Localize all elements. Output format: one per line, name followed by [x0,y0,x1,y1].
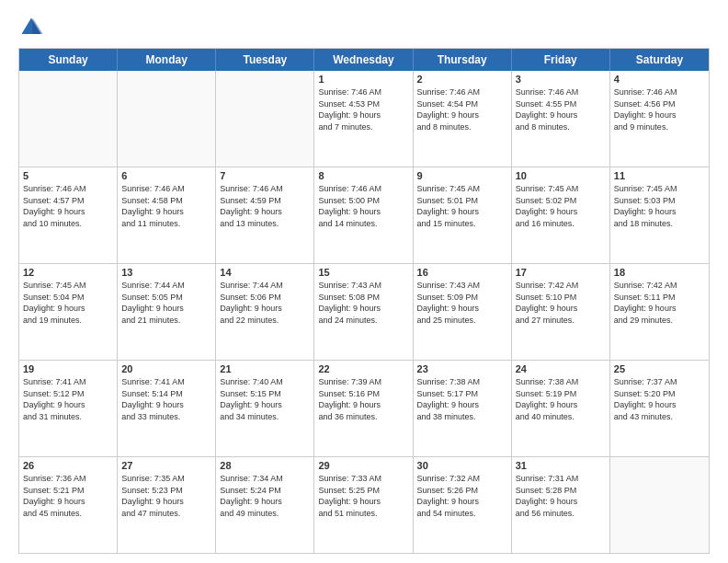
cell-info-day-22: Sunrise: 7:39 AM Sunset: 5:16 PM Dayligh… [318,376,408,422]
day-number-16: 16 [417,267,507,278]
calendar-body: 1Sunrise: 7:46 AM Sunset: 4:53 PM Daylig… [19,71,709,553]
calendar-cell-day-21: 21Sunrise: 7:40 AM Sunset: 5:15 PM Dayli… [216,361,314,456]
cell-info-day-15: Sunrise: 7:43 AM Sunset: 5:08 PM Dayligh… [318,280,408,326]
header-day-tuesday: Tuesday [216,49,314,71]
calendar-cell-day-28: 28Sunrise: 7:34 AM Sunset: 5:24 PM Dayli… [216,457,314,553]
calendar-row-1: 5Sunrise: 7:46 AM Sunset: 4:57 PM Daylig… [19,167,709,264]
calendar-cell-day-9: 9Sunrise: 7:45 AM Sunset: 5:01 PM Daylig… [414,167,512,263]
calendar-cell-day-1: 1Sunrise: 7:46 AM Sunset: 4:53 PM Daylig… [314,71,413,167]
cell-info-day-4: Sunrise: 7:46 AM Sunset: 4:56 PM Dayligh… [614,86,705,132]
day-number-23: 23 [417,363,507,374]
calendar-cell-day-4: 4Sunrise: 7:46 AM Sunset: 4:56 PM Daylig… [610,71,709,167]
cell-info-day-14: Sunrise: 7:44 AM Sunset: 5:06 PM Dayligh… [220,280,310,326]
header-day-thursday: Thursday [414,49,512,71]
calendar-cell-day-14: 14Sunrise: 7:44 AM Sunset: 5:06 PM Dayli… [216,264,314,360]
day-number-8: 8 [318,170,408,181]
calendar-cell-day-31: 31Sunrise: 7:31 AM Sunset: 5:28 PM Dayli… [512,457,610,553]
calendar-cell-day-16: 16Sunrise: 7:43 AM Sunset: 5:09 PM Dayli… [414,264,512,360]
calendar-cell-day-29: 29Sunrise: 7:33 AM Sunset: 5:25 PM Dayli… [314,457,413,553]
cell-info-day-24: Sunrise: 7:38 AM Sunset: 5:19 PM Dayligh… [516,376,606,422]
calendar-cell-day-18: 18Sunrise: 7:42 AM Sunset: 5:11 PM Dayli… [610,264,709,360]
day-number-24: 24 [516,363,606,374]
day-number-14: 14 [220,267,310,278]
calendar-cell-day-5: 5Sunrise: 7:46 AM Sunset: 4:57 PM Daylig… [19,167,118,263]
cell-info-day-18: Sunrise: 7:42 AM Sunset: 5:11 PM Dayligh… [614,280,705,326]
day-number-28: 28 [220,460,310,471]
day-number-6: 6 [121,170,211,181]
cell-info-day-17: Sunrise: 7:42 AM Sunset: 5:10 PM Dayligh… [516,280,606,326]
calendar-cell-day-15: 15Sunrise: 7:43 AM Sunset: 5:08 PM Dayli… [314,264,413,360]
calendar-row-4: 26Sunrise: 7:36 AM Sunset: 5:21 PM Dayli… [19,457,709,553]
calendar-cell-day-25: 25Sunrise: 7:37 AM Sunset: 5:20 PM Dayli… [610,361,709,456]
calendar-cell-day-30: 30Sunrise: 7:32 AM Sunset: 5:26 PM Dayli… [414,457,512,553]
calendar-header: SundayMondayTuesdayWednesdayThursdayFrid… [19,49,709,71]
cell-info-day-16: Sunrise: 7:43 AM Sunset: 5:09 PM Dayligh… [417,280,507,326]
logo-icon [18,15,44,40]
header-day-friday: Friday [512,49,610,71]
calendar-cell-day-3: 3Sunrise: 7:46 AM Sunset: 4:55 PM Daylig… [512,71,610,167]
calendar-cell-day-13: 13Sunrise: 7:44 AM Sunset: 5:05 PM Dayli… [118,264,216,360]
day-number-7: 7 [220,170,310,181]
day-number-13: 13 [121,267,211,278]
calendar-cell-empty [118,71,216,167]
calendar-cell-empty [216,71,314,167]
day-number-12: 12 [23,267,113,278]
cell-info-day-28: Sunrise: 7:34 AM Sunset: 5:24 PM Dayligh… [220,473,310,519]
cell-info-day-7: Sunrise: 7:46 AM Sunset: 4:59 PM Dayligh… [220,183,310,229]
cell-info-day-19: Sunrise: 7:41 AM Sunset: 5:12 PM Dayligh… [23,376,113,422]
page: SundayMondayTuesdayWednesdayThursdayFrid… [0,0,728,563]
cell-info-day-29: Sunrise: 7:33 AM Sunset: 5:25 PM Dayligh… [318,473,408,519]
day-number-27: 27 [121,460,211,471]
day-number-3: 3 [516,74,606,85]
cell-info-day-27: Sunrise: 7:35 AM Sunset: 5:23 PM Dayligh… [121,473,211,519]
calendar-row-2: 12Sunrise: 7:45 AM Sunset: 5:04 PM Dayli… [19,264,709,361]
header-day-monday: Monday [118,49,216,71]
cell-info-day-5: Sunrise: 7:46 AM Sunset: 4:57 PM Dayligh… [23,183,113,229]
calendar-cell-day-10: 10Sunrise: 7:45 AM Sunset: 5:02 PM Dayli… [512,167,610,263]
calendar-cell-day-27: 27Sunrise: 7:35 AM Sunset: 5:23 PM Dayli… [118,457,216,553]
cell-info-day-21: Sunrise: 7:40 AM Sunset: 5:15 PM Dayligh… [220,376,310,422]
cell-info-day-2: Sunrise: 7:46 AM Sunset: 4:54 PM Dayligh… [417,86,507,132]
cell-info-day-1: Sunrise: 7:46 AM Sunset: 4:53 PM Dayligh… [318,86,408,132]
day-number-22: 22 [318,363,408,374]
svg-marker-1 [32,18,42,35]
cell-info-day-10: Sunrise: 7:45 AM Sunset: 5:02 PM Dayligh… [516,183,606,229]
calendar-cell-day-6: 6Sunrise: 7:46 AM Sunset: 4:58 PM Daylig… [118,167,216,263]
calendar-row-3: 19Sunrise: 7:41 AM Sunset: 5:12 PM Dayli… [19,361,709,457]
day-number-4: 4 [614,74,705,85]
calendar-cell-day-20: 20Sunrise: 7:41 AM Sunset: 5:14 PM Dayli… [118,361,216,456]
calendar-cell-day-8: 8Sunrise: 7:46 AM Sunset: 5:00 PM Daylig… [314,167,413,263]
calendar-cell-day-12: 12Sunrise: 7:45 AM Sunset: 5:04 PM Dayli… [19,264,118,360]
calendar-row-0: 1Sunrise: 7:46 AM Sunset: 4:53 PM Daylig… [19,71,709,167]
day-number-29: 29 [318,460,408,471]
day-number-19: 19 [23,363,113,374]
day-number-1: 1 [318,74,408,85]
calendar-cell-day-7: 7Sunrise: 7:46 AM Sunset: 4:59 PM Daylig… [216,167,314,263]
calendar-cell-day-23: 23Sunrise: 7:38 AM Sunset: 5:17 PM Dayli… [414,361,512,456]
calendar-cell-day-19: 19Sunrise: 7:41 AM Sunset: 5:12 PM Dayli… [19,361,118,456]
cell-info-day-11: Sunrise: 7:45 AM Sunset: 5:03 PM Dayligh… [614,183,705,229]
cell-info-day-3: Sunrise: 7:46 AM Sunset: 4:55 PM Dayligh… [516,86,606,132]
cell-info-day-6: Sunrise: 7:46 AM Sunset: 4:58 PM Dayligh… [121,183,211,229]
cell-info-day-26: Sunrise: 7:36 AM Sunset: 5:21 PM Dayligh… [23,473,113,519]
day-number-17: 17 [516,267,606,278]
calendar-cell-day-24: 24Sunrise: 7:38 AM Sunset: 5:19 PM Dayli… [512,361,610,456]
day-number-26: 26 [23,460,113,471]
calendar-cell-empty [610,457,709,553]
day-number-25: 25 [614,363,705,374]
cell-info-day-8: Sunrise: 7:46 AM Sunset: 5:00 PM Dayligh… [318,183,408,229]
header-day-wednesday: Wednesday [314,49,413,71]
cell-info-day-23: Sunrise: 7:38 AM Sunset: 5:17 PM Dayligh… [417,376,507,422]
day-number-21: 21 [220,363,310,374]
day-number-5: 5 [23,170,113,181]
cell-info-day-20: Sunrise: 7:41 AM Sunset: 5:14 PM Dayligh… [121,376,211,422]
calendar-cell-day-26: 26Sunrise: 7:36 AM Sunset: 5:21 PM Dayli… [19,457,118,553]
cell-info-day-12: Sunrise: 7:45 AM Sunset: 5:04 PM Dayligh… [23,280,113,326]
cell-info-day-13: Sunrise: 7:44 AM Sunset: 5:05 PM Dayligh… [121,280,211,326]
day-number-11: 11 [614,170,705,181]
calendar-cell-day-11: 11Sunrise: 7:45 AM Sunset: 5:03 PM Dayli… [610,167,709,263]
day-number-10: 10 [516,170,606,181]
day-number-15: 15 [318,267,408,278]
day-number-20: 20 [121,363,211,374]
day-number-31: 31 [516,460,606,471]
